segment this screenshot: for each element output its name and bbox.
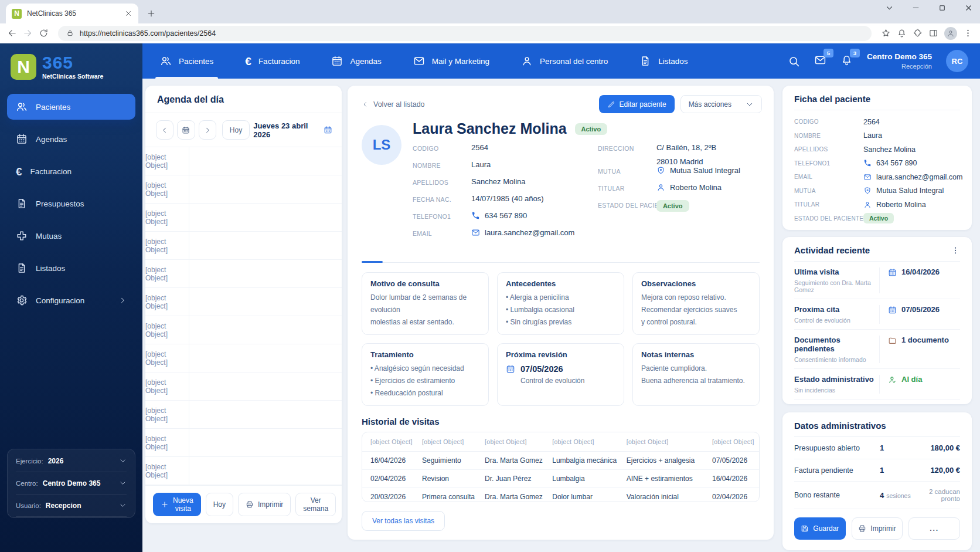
star-icon[interactable] <box>881 28 891 38</box>
gear-icon <box>16 294 28 306</box>
visit-date: 02/04/2026 <box>362 470 417 488</box>
time-label: [object Object] <box>145 260 189 287</box>
today-button[interactable]: Hoy <box>206 493 233 516</box>
patient-tab[interactable] <box>462 255 467 262</box>
sidebar-item[interactable]: Presupuestos <box>7 191 135 216</box>
activity-row[interactable]: Ultima visita Seguimiento con Dra. Marta… <box>794 262 960 299</box>
address-bar[interactable]: https://netclinicas365.com/pacientes/256… <box>58 26 872 41</box>
activity-row[interactable]: Estado administrativo Sin incidencias Al… <box>794 369 960 399</box>
activity-row[interactable]: Documentos pendientes Consentimiento inf… <box>794 330 960 369</box>
alerts-badge: 3 <box>850 49 860 57</box>
activity-row[interactable]: Proxima cita Control de evolución 07/05/… <box>794 299 960 330</box>
table-row[interactable]: 20/03/2026 Primera consulta Dra. Marta G… <box>362 488 759 503</box>
time-slot[interactable]: [object Object] <box>145 457 342 485</box>
card-body: • Analgésico según necesidad • Ejercicio… <box>370 363 480 399</box>
topbar-item[interactable]: Personal del centro <box>521 43 608 79</box>
see-all-visits-button[interactable]: Ver todas las visitas <box>362 511 445 531</box>
time-slot[interactable]: [object Object] <box>145 372 342 401</box>
agenda-today-button[interactable]: Hoy <box>222 120 250 140</box>
sidebar-item[interactable]: € Facturacion <box>7 158 135 184</box>
context-select[interactable]: Ejercicio: 2026 <box>16 450 127 472</box>
messages-button[interactable]: 5 <box>814 54 826 69</box>
person-icon[interactable] <box>944 27 957 40</box>
sidebar-item[interactable]: Agendas <box>7 126 135 152</box>
patient-tab[interactable] <box>737 255 742 262</box>
time-slot[interactable]: [object Object] <box>145 204 342 232</box>
sidebar-item[interactable]: Pacientes <box>7 94 135 120</box>
admin-row: Presupuesto abierto 1 180,00 € <box>794 437 960 459</box>
detail-label: EMAIL <box>413 228 471 237</box>
time-slot[interactable]: [object Object] <box>145 316 342 344</box>
kebab-icon[interactable] <box>963 28 973 38</box>
time-label: [object Object] <box>145 204 189 231</box>
minus-icon[interactable] <box>911 4 920 12</box>
sidebar-item[interactable]: Mutuas <box>7 223 135 249</box>
context-value: Centro Demo 365 <box>43 479 101 487</box>
arrow-left-icon[interactable] <box>7 28 17 38</box>
chevron-down-icon[interactable] <box>885 4 894 12</box>
edit-patient-button[interactable]: Editar paciente <box>599 95 675 113</box>
save-button[interactable]: Guardar <box>794 517 846 540</box>
admin-qty: 4 <box>880 491 884 500</box>
back-to-list-link[interactable]: Volver al listado <box>362 100 425 109</box>
print-button[interactable]: Imprimir <box>238 493 291 516</box>
calendar-icon[interactable] <box>177 120 195 140</box>
sidebar: N 365 NetClinicas Software Pacientes Age… <box>0 43 142 552</box>
topbar-item[interactable]: Mail y Marketing <box>413 43 489 79</box>
person-check-icon <box>888 375 897 384</box>
kebab-icon[interactable] <box>951 246 960 255</box>
table-row[interactable]: 16/04/2026 Seguimiento Dra. Marta Gomez … <box>362 452 759 470</box>
new-visit-button[interactable]: Nueva visita <box>153 493 201 516</box>
time-slot[interactable]: [object Object] <box>145 147 342 175</box>
week-view-button[interactable]: Ver semana <box>295 493 336 516</box>
more-actions-dropdown[interactable]: Más acciones <box>680 95 762 113</box>
search-icon[interactable] <box>788 55 800 67</box>
context-select[interactable]: Usuario: Recepcion <box>16 495 127 517</box>
square-icon[interactable] <box>938 4 947 12</box>
patient-tab[interactable] <box>554 255 559 262</box>
panels-icon[interactable] <box>928 28 938 38</box>
sidebar-item[interactable]: Listados <box>7 255 135 281</box>
reload-icon[interactable] <box>39 28 49 38</box>
topbar-item[interactable]: € Facturacion <box>245 43 300 79</box>
time-slot[interactable]: [object Object] <box>145 260 342 288</box>
time-slot[interactable]: [object Object] <box>145 175 342 204</box>
time-slot[interactable]: [object Object] <box>145 344 342 372</box>
chevron-right-icon[interactable] <box>199 120 216 140</box>
time-slot[interactable]: [object Object] <box>145 288 342 316</box>
close-icon[interactable] <box>964 4 973 12</box>
close-icon[interactable] <box>124 9 132 18</box>
sidebar-item[interactable]: Configuracion <box>7 287 135 313</box>
puzzle-icon[interactable] <box>913 28 923 38</box>
chevron-left-icon[interactable] <box>156 120 173 140</box>
bell-icon[interactable] <box>897 28 907 38</box>
user-avatar[interactable]: RC <box>946 50 968 72</box>
time-slot[interactable]: [object Object] <box>145 401 342 429</box>
more-options-button[interactable]: ... <box>908 517 960 540</box>
topbar-item[interactable]: Pacientes <box>160 43 213 79</box>
cross-icon <box>16 230 28 242</box>
print-button[interactable]: Imprimir <box>852 517 903 540</box>
center-role: Recepción <box>867 62 932 70</box>
app-logo: N 365 NetClinicas Software <box>7 53 135 89</box>
table-row[interactable]: 02/04/2026 Revision Dr. Juan Pérez Lumba… <box>362 470 759 488</box>
card-body: • Alergia a penicilina • Lumbalgia ocasi… <box>506 292 615 329</box>
patient-tab[interactable] <box>370 255 375 262</box>
time-slot[interactable]: [object Object] <box>145 232 342 260</box>
activity-title: Documentos pendientes <box>794 336 879 353</box>
detail-value: laura.sanchez@gmail.com <box>485 228 574 237</box>
detail-label: APELLIDOS <box>413 177 471 186</box>
browser-tab[interactable]: N NetClinicas 365 <box>6 4 138 23</box>
topbar-item[interactable]: Agendas <box>331 43 381 79</box>
sidebar-item-label: Facturacion <box>30 167 72 176</box>
patient-tab[interactable] <box>645 255 650 262</box>
agenda-date[interactable]: Jueves 23 abril 2026 <box>253 121 332 139</box>
time-slot[interactable]: [object Object] <box>145 429 342 457</box>
activity-title: Estado administrativo <box>794 375 879 384</box>
alerts-button[interactable]: 3 <box>841 54 853 69</box>
arrow-right-icon[interactable] <box>23 28 33 38</box>
plus-icon[interactable] <box>147 9 156 18</box>
topbar-item[interactable]: Listados <box>639 43 688 79</box>
context-select[interactable]: Centro: Centro Demo 365 <box>16 472 127 495</box>
calendar-icon <box>506 364 515 374</box>
